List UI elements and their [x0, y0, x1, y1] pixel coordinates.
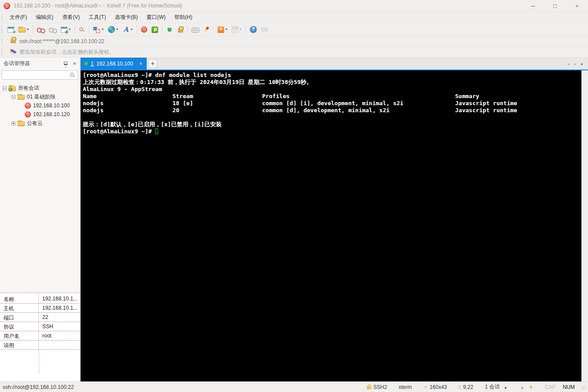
open-session-button[interactable]: ▾ — [17, 25, 30, 34]
properties-filler — [0, 350, 80, 381]
xshell-logo-icon — [4, 3, 10, 9]
tab-label: 192.168.10.100 — [96, 61, 136, 67]
panel-close-icon[interactable]: × — [73, 60, 76, 67]
toolbar-grip[interactable] — [1, 26, 4, 33]
property-value[interactable]: 22 — [39, 313, 80, 322]
property-value[interactable]: root — [39, 331, 80, 340]
disconnect-button[interactable] — [35, 26, 46, 34]
layout-icon — [93, 26, 100, 33]
status-terminal-type[interactable]: xterm — [399, 384, 412, 390]
terminal-line: 提示：[d]默认，[e]已启用，[x]已禁用，[i]已安装 — [83, 121, 581, 128]
expand-icon[interactable] — [11, 121, 15, 125]
tree-item-session-120[interactable]: 192.168.10.120 — [0, 110, 80, 119]
status-bar: ssh://root@192.168.10.100:22 SSH2 xterm … — [0, 381, 588, 392]
close-button[interactable]: × — [572, 3, 582, 9]
property-value[interactable]: 192.168.10.1... — [39, 294, 80, 303]
search-input[interactable] — [2, 70, 78, 80]
tab-session-100[interactable]: 1 192.168.10.100 × — [81, 58, 147, 70]
open-folder-icon — [18, 28, 26, 33]
property-value[interactable]: SSH — [39, 322, 80, 331]
session-properties-button[interactable]: ▾ — [59, 26, 72, 34]
menu-edit[interactable]: 编辑(E) — [31, 12, 58, 23]
maximize-button[interactable]: □ — [550, 3, 560, 9]
highlight-button[interactable] — [202, 25, 211, 34]
toolbar-separator — [245, 26, 246, 33]
disconnect-icon — [37, 27, 44, 33]
toolbar-separator — [187, 26, 188, 33]
resize-grip[interactable] — [581, 385, 585, 389]
terminal[interactable]: [root@AlmaLinux9 ~]# dnf module list nod… — [81, 70, 581, 381]
menu-tab[interactable]: 选项卡(B) — [111, 12, 142, 23]
status-encryption: SSH2 — [367, 384, 387, 390]
reconnect-button[interactable] — [47, 26, 58, 34]
tile-windows-button[interactable]: ▾ — [230, 25, 243, 34]
tab-scroll-right-icon[interactable]: ▸ — [574, 61, 577, 67]
xshell-icon — [141, 26, 147, 33]
session-manager-header: 会话管理器 × — [0, 58, 80, 69]
new-session-button[interactable] — [6, 26, 16, 34]
collapse-icon[interactable] — [3, 86, 7, 90]
menu-tools[interactable]: 工具(T) — [84, 12, 110, 23]
toolbar-grip[interactable] — [1, 49, 4, 55]
window-title: 192.168.10.100 - root@AlmaLinux9:~ - Xsh… — [14, 3, 528, 9]
xshell-button[interactable] — [139, 25, 149, 34]
search-icon — [79, 27, 83, 31]
folder-icon — [18, 121, 25, 126]
terminal-scrollbar[interactable] — [581, 70, 588, 381]
next-session-icon[interactable]: ▼ — [529, 385, 533, 390]
minimize-button[interactable]: ─ — [528, 3, 538, 9]
status-session-count[interactable]: 1 会话 ▴ — [485, 383, 507, 391]
toolbar: ▾ ▾ ▾ ▾ ▾ ▾ ▾ — [0, 23, 588, 36]
tree-item-all-sessions[interactable]: 所有会话 — [0, 84, 80, 92]
property-row: 端口 22 — [0, 313, 80, 322]
property-label: 主机 — [0, 304, 39, 312]
property-label: 协议 — [0, 322, 39, 331]
chat-bubble-icon — [261, 27, 268, 32]
property-label: 端口 — [0, 313, 39, 322]
property-value[interactable] — [39, 341, 80, 349]
xftp-button[interactable] — [150, 25, 160, 34]
menu-window[interactable]: 窗口(W) — [142, 12, 170, 23]
prev-session-icon[interactable]: ▲ — [520, 385, 525, 390]
main-area: 会话管理器 × 所有会话 01 基础阶段 — [0, 57, 588, 381]
property-label: 说明 — [0, 341, 39, 349]
property-value[interactable]: 192.168.10.1... — [39, 304, 80, 312]
layout-button[interactable]: ▾ — [92, 25, 105, 34]
toolbar-separator — [137, 26, 137, 33]
terminal-line — [83, 114, 581, 121]
encoding-button[interactable]: ▾ — [106, 25, 120, 34]
flag-icon: ⚑ ⚑ — [10, 49, 17, 55]
session-tree: 所有会话 01 基础阶段 192.168.10.100 192.168.10.1… — [0, 81, 80, 291]
find-button[interactable] — [77, 26, 87, 34]
caps-lock-indicator: CAP — [545, 384, 556, 390]
collapse-icon[interactable] — [11, 95, 15, 99]
lock-screen-button[interactable] — [176, 25, 185, 34]
address-url[interactable]: ssh://root:******@192.168.10.100:22 — [19, 38, 104, 44]
xshell-window: 192.168.10.100 - root@AlmaLinux9:~ - Xsh… — [0, 0, 588, 392]
toolbar-grip[interactable] — [1, 38, 4, 44]
new-tab-button[interactable]: + — [148, 59, 157, 68]
tab-scroll-left-icon[interactable]: ◂ — [567, 61, 570, 67]
virtual-keyboard-button[interactable] — [190, 26, 201, 34]
font-button[interactable]: ▾ — [121, 25, 134, 34]
screen-size-icon: ▭ — [423, 385, 427, 389]
menu-help[interactable]: 帮助(H) — [170, 12, 197, 23]
tab-number: 1 — [91, 61, 94, 67]
new-file-transfer-button[interactable]: ▾ — [216, 25, 229, 34]
feedback-button[interactable] — [259, 26, 270, 33]
tree-item-folder-basic[interactable]: 01 基础阶段 — [0, 92, 80, 101]
help-button[interactable] — [248, 25, 259, 34]
lock-icon — [367, 386, 371, 389]
tab-close-icon[interactable]: × — [138, 61, 143, 67]
lock-icon — [178, 29, 183, 33]
tree-item-folder-cloud[interactable]: 公有云 — [0, 119, 80, 128]
menu-view[interactable]: 查看(V) — [58, 12, 84, 23]
fullscreen-button[interactable] — [165, 25, 175, 34]
menu-file[interactable]: 文件(F) — [5, 12, 31, 23]
toolbar-grip[interactable] — [1, 14, 4, 21]
pin-icon[interactable] — [64, 62, 67, 65]
tab-list-dropdown-icon[interactable]: ▾ — [581, 62, 583, 66]
status-url: ssh://root@192.168.10.100:22 — [3, 384, 355, 390]
tree-item-session-100[interactable]: 192.168.10.100 — [0, 101, 80, 110]
session-properties-icon — [61, 27, 67, 33]
